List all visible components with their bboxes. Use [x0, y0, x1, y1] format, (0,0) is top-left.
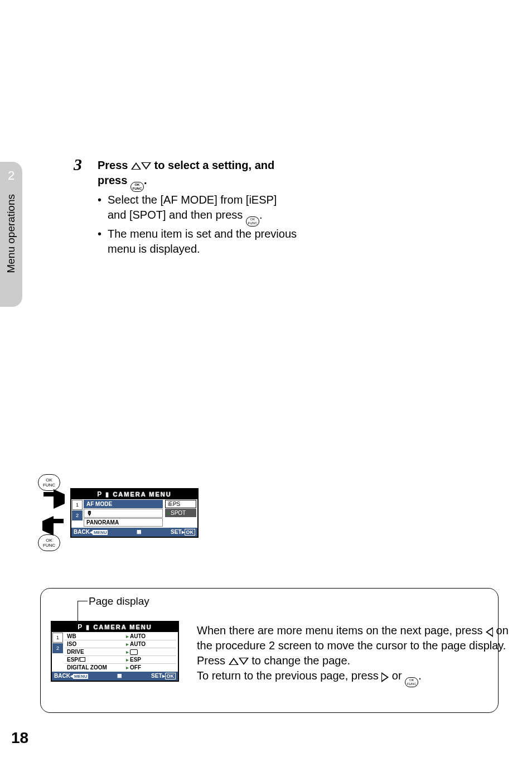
bullet-dot: • — [98, 226, 108, 257]
menu-rows: WB▸AUTO ISO▸AUTO DRIVE▸ ESP/▸ESP DIGITAL… — [63, 632, 178, 672]
row-iso: ISO▸AUTO — [65, 640, 176, 648]
note-box: Page display P ▮ CAMERA MENU 1 2 WB▸AUTO… — [40, 588, 499, 713]
value-list: iEPS ▸SPOT — [164, 499, 197, 528]
note-line2b: to change the page. — [249, 654, 350, 667]
bullet-2: The menu item is set and the previous me… — [108, 226, 298, 257]
footer-back: BACK◂MENU — [54, 673, 88, 679]
footer-set: SET▸OK — [151, 673, 176, 679]
nav-buttons: OKFUNC OKFUNC — [38, 474, 60, 551]
ok-func-icon: OKFUNC — [38, 534, 60, 551]
menu-list: AF MODE 🎙 PANORAMA — [83, 499, 164, 528]
screen-illustration-1: OKFUNC OKFUNC P ▮ CAMERA MENU 1 2 AF MOD… — [38, 474, 199, 551]
ok-func-icon: OKFUNC — [38, 474, 60, 491]
ok-func-icon: OKFUNC — [246, 216, 259, 226]
page-display-pointer — [78, 601, 88, 623]
page-tab-1: 1 — [52, 633, 63, 643]
ok-func-icon: OKFUNC — [405, 677, 418, 687]
row-wb: WB▸AUTO — [65, 633, 176, 640]
footer-mid-icon: ▦ — [117, 673, 122, 679]
footer-back: BACK◂MENU — [74, 529, 108, 536]
camera-menu-screen-2: P ▮ CAMERA MENU 1 2 WB▸AUTO ISO▸AUTO DRI… — [51, 621, 179, 682]
note-line3b: or — [389, 669, 405, 682]
menu-item-af-mode: AF MODE — [84, 500, 163, 508]
chapter-tab: 2 Menu operations — [0, 162, 22, 307]
arrow-left-icon — [42, 516, 54, 536]
down-arrow-icon — [141, 162, 151, 170]
footer-mid-icon: ▦ — [137, 529, 142, 536]
step-title: Press to select a setting, and press OKF… — [98, 158, 298, 192]
value-spot: ▸SPOT — [165, 509, 196, 517]
note-line3a: To return to the previous page, press — [197, 669, 381, 682]
single-shot-icon — [130, 649, 138, 655]
mode-indicator: P — [97, 490, 102, 498]
screen-title-text: CAMERA MENU — [93, 624, 152, 630]
chapter-title: Menu operations — [5, 194, 17, 273]
right-arrow-icon — [381, 672, 389, 682]
note-line1a: When there are more menu items on the ne… — [197, 624, 486, 637]
menu-item-panorama: PANORAMA — [84, 518, 163, 527]
step-title-prefix: Press — [98, 159, 131, 171]
note-line2a: Press — [197, 654, 229, 667]
row-drive: DRIVE▸ — [65, 648, 176, 655]
screen-title: P ▮ CAMERA MENU — [52, 622, 178, 632]
screen-title-text: CAMERA MENU — [113, 491, 171, 498]
spot-rect-icon — [80, 657, 85, 662]
up-arrow-icon — [229, 658, 239, 665]
page-tabs: 1 2 — [52, 632, 63, 672]
chapter-number: 2 — [8, 168, 14, 183]
page-tabs: 1 2 — [71, 499, 83, 528]
up-arrow-icon — [131, 162, 141, 170]
step-number: 3 — [74, 155, 82, 174]
row-digital-zoom: DIGITAL ZOOM▸OFF — [65, 663, 176, 671]
screen-footer: BACK◂MENU ▦ SET▸OK — [52, 672, 178, 681]
step-bullets: • Select the [AF MODE] from [iESP] and [… — [98, 192, 298, 257]
page-number: 18 — [11, 729, 28, 747]
value-iesp: iEPS — [165, 500, 196, 508]
page-tab-1: 1 — [72, 500, 83, 510]
camera-menu-screen-1: P ▮ CAMERA MENU 1 2 AF MODE 🎙 PANORAMA i… — [70, 488, 199, 538]
ok-func-icon: OKFUNC — [130, 182, 144, 192]
screen-title: P ▮ CAMERA MENU — [71, 489, 197, 499]
page-tab-2: 2 — [72, 510, 83, 520]
page-tab-2: 2 — [52, 643, 63, 653]
step-title-suffix: . — [144, 174, 147, 186]
left-arrow-icon — [486, 627, 493, 637]
note-text: When there are more menu items on the ne… — [197, 623, 515, 687]
page-display-label: Page display — [89, 595, 149, 607]
menu-item-mic: 🎙 — [84, 509, 163, 518]
down-arrow-icon — [239, 658, 249, 665]
footer-set: SET▸OK — [171, 529, 195, 536]
row-esp: ESP/▸ESP — [65, 655, 176, 663]
bullet-dot: • — [98, 192, 108, 226]
bullet-1: Select the [AF MODE] from [iESP] and [SP… — [108, 192, 298, 226]
bullet-1-suffix: . — [259, 209, 263, 221]
arrow-right-icon — [54, 489, 65, 509]
note-line3c: . — [418, 669, 422, 682]
screen-footer: BACK◂MENU ▦ SET▸OK — [71, 528, 197, 537]
mode-indicator: P — [78, 623, 83, 631]
